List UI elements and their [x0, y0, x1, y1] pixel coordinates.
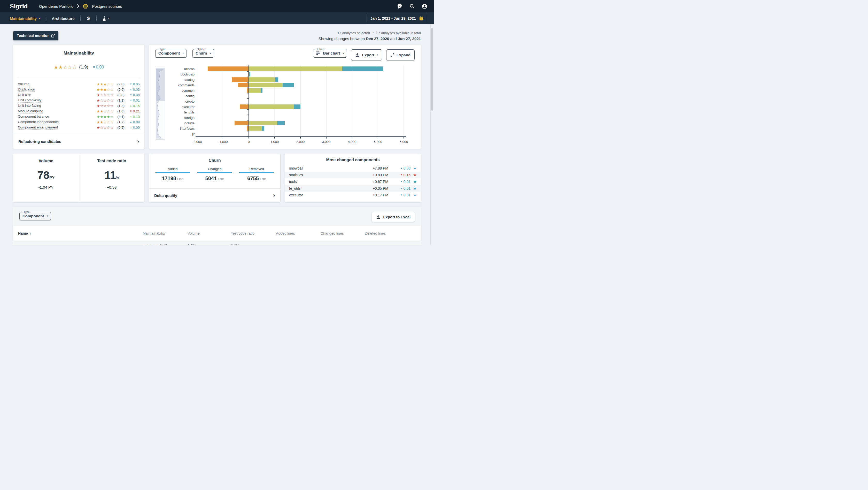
nav-maintainability[interactable]: Maintainability ▾	[10, 16, 46, 21]
type-select[interactable]: Type Component ▾	[155, 48, 187, 58]
export-button[interactable]: Export ▾	[351, 49, 382, 60]
churn-loc-unit: LOC	[177, 178, 183, 181]
search-icon[interactable]	[409, 3, 415, 9]
metric-row: Unit interfacing★☆☆☆☆(1.3)▲0.15	[18, 103, 140, 109]
metric-row: Component independence★★☆☆☆(1.7)▲0.09	[18, 119, 140, 125]
expand-icon	[390, 53, 394, 57]
pm-value: +7.88 PM	[355, 166, 388, 170]
metric-label[interactable]: Module coupling	[18, 109, 43, 114]
delta-value: 0.01	[404, 193, 410, 197]
export-to-excel-button[interactable]: Export to Excel	[372, 212, 414, 222]
metric-rating: ★★★☆☆(2.9)▲0.03	[97, 88, 140, 92]
minimap-selection	[156, 68, 165, 101]
delta-indicator: ▼0.01	[126, 98, 140, 102]
technical-monitor-label: Technical monitor	[17, 34, 49, 38]
table-row[interactable]: ★★☆☆☆ (1.9)8 PY0.0%	[13, 241, 421, 245]
change-date-from: Dec 27, 2020	[366, 36, 389, 41]
overall-delta: =0.00	[90, 65, 104, 69]
star-rating: ★☆☆☆☆	[97, 126, 114, 130]
metric-label[interactable]: Duplication	[18, 87, 35, 92]
most-changed-card: Most changed components snowball+7.88 PM…	[285, 154, 421, 202]
nav-settings[interactable]: ⚙	[81, 16, 96, 21]
metric-label[interactable]: Unit complexity	[18, 98, 41, 102]
option-select[interactable]: Option Churn ▾	[192, 48, 214, 58]
delta-indicator: ▲0.13	[126, 115, 140, 119]
overall-rating: ★★☆☆☆ (1.9) =0.00	[13, 64, 145, 70]
metric-label[interactable]: Volume	[18, 82, 29, 86]
table-type-select[interactable]: Type Component ▾	[20, 210, 51, 220]
delta-value: 0.16	[404, 173, 410, 177]
delta-value: 0.15	[133, 104, 140, 108]
column-header-name[interactable]: Name↑	[13, 231, 143, 236]
breadcrumb-portfolio[interactable]: Opendemo Portfolio	[39, 4, 73, 8]
component-name: tools	[289, 180, 355, 184]
change-date-to: Jun 27, 2021	[398, 36, 421, 41]
rating-star-icon: ★	[410, 166, 417, 171]
metric-value: (1.6)	[115, 109, 125, 113]
chart-minimap[interactable]	[156, 68, 165, 140]
most-changed-row[interactable]: snowball+7.88 PM▲0.03★	[285, 165, 421, 172]
rating-star-icon: ★	[410, 186, 417, 191]
nav-architecture[interactable]: Architecture	[46, 16, 80, 21]
most-changed-row[interactable]: executor+0.17 PM▼0.01★	[285, 192, 421, 198]
star-rating: ★☆☆☆☆	[97, 104, 114, 108]
bar-added	[249, 83, 283, 87]
bar-changed	[294, 104, 301, 109]
account-icon[interactable]	[422, 3, 427, 9]
help-icon[interactable]: ?	[397, 3, 402, 9]
delta-value: 0.03	[133, 88, 140, 91]
component-name: executor	[289, 193, 355, 197]
expand-button[interactable]: Expand	[386, 49, 414, 60]
chart-category-label: access	[184, 67, 195, 71]
metric-label[interactable]: Component entanglement	[18, 125, 58, 130]
metric-value: (4.1)	[115, 115, 125, 119]
table-type-select-value: Component	[23, 214, 44, 218]
metric-value: (0.8)	[115, 93, 125, 97]
delta-quality-link[interactable]: Delta quality ›	[149, 188, 280, 202]
metric-label[interactable]: Component independence	[18, 120, 59, 124]
test-ratio-panel: Test code ratio 11% +0.53	[79, 154, 145, 202]
column-header-maintainability: Maintainability	[143, 231, 188, 236]
date-range-button[interactable]: Jan 1, 2021 - Jun 29, 2021	[367, 14, 427, 23]
metric-rating: ★★☆☆☆(1.7)▲0.09	[97, 120, 140, 124]
down-arrow-icon: ▼	[130, 94, 132, 96]
scrollbar-thumb[interactable]	[431, 28, 433, 111]
equals-icon: =	[130, 126, 132, 129]
refactoring-candidates-link[interactable]: Refactoring candidates ›	[13, 133, 145, 149]
bar-changed	[342, 66, 383, 71]
metric-label[interactable]: Unit interfacing	[18, 104, 41, 108]
metric-label[interactable]: Unit size	[18, 93, 31, 97]
page-scrollbar[interactable]	[430, 24, 434, 245]
volume-panel: Volume 78PY -1.04 PY	[13, 154, 79, 202]
delta-indicator: ▼0.05	[126, 82, 140, 86]
most-changed-row[interactable]: fe_utils+0.35 PM▲0.01★	[285, 185, 421, 192]
churn-bar-chart[interactable]: accessbootstrapcatalogcommandscommonconf…	[166, 65, 411, 146]
cell-test-code-ratio: 0.0%	[231, 244, 276, 245]
test-ratio-delta: +0.53	[79, 185, 145, 189]
metric-row: Module coupling★★☆☆☆(1.6)▼▼0.21	[18, 109, 140, 114]
bar-removed	[232, 77, 249, 82]
analyses-summary: 17 analyses selected • 27 analyses avail…	[318, 31, 421, 35]
metric-label[interactable]: Component balance	[18, 115, 49, 119]
bar-removed	[208, 66, 249, 71]
most-changed-row[interactable]: statistics+0.83 PM▼0.16★	[285, 172, 421, 178]
chart-type-select[interactable]: Chart Bar chart ▾	[313, 48, 347, 58]
table-body: ★★☆☆☆ (1.9)8 PY0.0%	[13, 241, 421, 245]
technical-monitor-button[interactable]: Technical monitor	[13, 31, 58, 40]
metric-row: Unit complexity★☆☆☆☆(1.1)▼0.01	[18, 98, 140, 103]
down-arrow-icon: ▼	[400, 194, 402, 196]
breadcrumb-system[interactable]: Postgres sources	[92, 4, 122, 8]
separator-dot: •	[373, 31, 374, 35]
rating-star-icon: ★	[410, 179, 417, 184]
delta-indicator: ▼0.01	[397, 193, 410, 197]
x-axis-tick-label: 5,000	[374, 140, 382, 144]
churn-column-value: 17198LOC	[155, 176, 190, 181]
sigrid-logo[interactable]: Sigrid	[10, 3, 28, 9]
nav-experiments[interactable]: ▾	[97, 16, 115, 21]
flask-icon	[102, 16, 106, 21]
metric-rating: ★★☆☆☆(1.6)▼▼0.21	[97, 109, 140, 114]
churn-chart-card: Type Component ▾ Option Churn ▾ Chart	[149, 45, 421, 149]
external-link-icon	[51, 34, 55, 37]
column-header-deleted-lines: Deleted lines	[365, 231, 421, 236]
most-changed-row[interactable]: tools+0.67 PM▼0.01★	[285, 178, 421, 185]
